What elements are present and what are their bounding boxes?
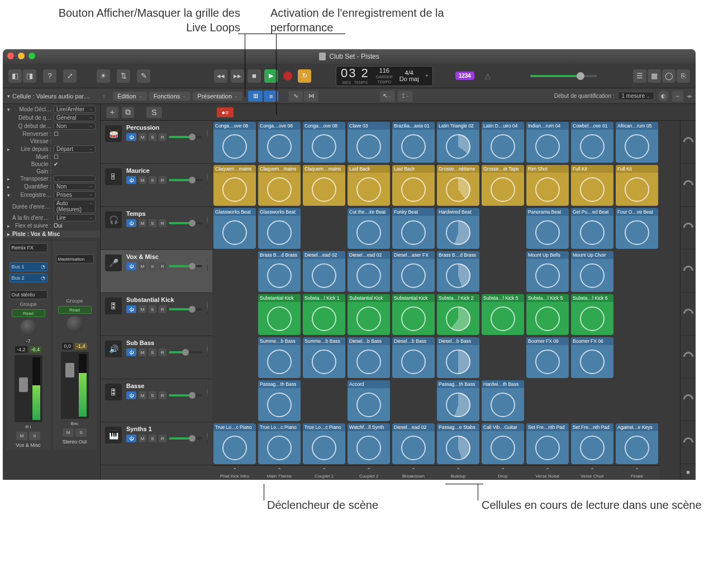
loop-cell[interactable]: Diesel…ead 02 — [302, 250, 346, 293]
live-loops-grid-button[interactable]: ⊞ — [248, 91, 263, 102]
scene-trigger[interactable]: ⌃Drop — [480, 466, 525, 480]
mute-button[interactable]: M — [16, 432, 27, 440]
loop-cell[interactable]: Mount Up Choir — [570, 250, 615, 293]
scene-trigger[interactable]: ⌃Buildup — [436, 466, 480, 480]
automation-read[interactable]: Read — [12, 309, 45, 317]
loop-cell[interactable]: Panorama Beat — [525, 207, 570, 250]
loop-cell[interactable]: Claquem…mains — [212, 164, 257, 207]
inspector-row[interactable]: ▸Lire depuis :Départ⌄ — [3, 145, 100, 153]
loop-cell[interactable] — [391, 379, 436, 422]
track-mute-button[interactable]: M — [139, 348, 146, 356]
loop-cell[interactable]: Laid Back — [391, 164, 436, 207]
loop-cell[interactable]: Full Kit — [570, 164, 615, 207]
inspector-row[interactable]: ▸Flex et suivre :Oui — [3, 222, 100, 229]
loop-cell[interactable]: Diesel…aser FX — [391, 250, 436, 293]
loop-cell[interactable]: Mount Up Bells — [525, 250, 570, 293]
track-power-button[interactable]: ⏻ — [126, 176, 136, 184]
row-trigger[interactable] — [681, 379, 696, 422]
loop-cell[interactable]: Substa…l Kick 2 — [436, 293, 480, 336]
track-pan-knob[interactable] — [207, 172, 208, 185]
performance-record-button[interactable]: ●≡ — [217, 107, 234, 117]
loop-cell[interactable]: Brass B…d Brass — [257, 250, 302, 293]
track-power-button[interactable]: ⏻ — [126, 305, 136, 313]
send-bus-2[interactable]: Bus 2◔ — [9, 273, 47, 282]
loop-cell[interactable]: Substa…l Kick 5 — [525, 293, 570, 336]
text-tool[interactable]: 𝙸⌄ — [398, 91, 412, 102]
track-pan-knob[interactable] — [207, 344, 208, 357]
track-header[interactable]: 🎹 Synths 1 ⏻ M S R — [101, 422, 212, 465]
flex-button[interactable]: ⋈ — [304, 91, 318, 102]
loop-cell[interactable]: Brazilia…axia 01 — [391, 121, 436, 164]
lcd-display[interactable]: 03 2 MES TEMPS 116 GARDER TEMPO 4/4 Do m… — [336, 66, 433, 86]
loop-cell[interactable]: Set Fre…nth Pad — [570, 422, 615, 465]
loop-cell[interactable] — [480, 207, 525, 250]
editor-button[interactable]: ✎ — [137, 69, 150, 83]
cycle-button[interactable]: ↻ — [298, 69, 311, 83]
insert-slot[interactable]: Remix FX — [9, 243, 47, 252]
loop-cell[interactable]: Accord — [346, 379, 391, 422]
loop-cell[interactable] — [302, 207, 346, 250]
volume-fader-out[interactable] — [61, 352, 89, 419]
library-button[interactable]: ◧ — [8, 69, 22, 83]
inspector-row[interactable]: ▸Renverser :☐ — [3, 130, 100, 138]
track-solo-button[interactable]: S — [149, 435, 156, 442]
scene-trigger[interactable]: ⌃Finale — [615, 466, 659, 480]
track-record-button[interactable]: R — [159, 262, 166, 270]
loop-cell[interactable]: Get Pu…ed Beat — [570, 207, 615, 250]
inspector-row[interactable]: ▸Muet :☐ — [3, 153, 100, 160]
send-bus-1[interactable]: Bus 1◔ — [9, 262, 47, 271]
scene-trigger[interactable]: ⌃Couplet 2 — [346, 466, 391, 480]
close-button[interactable] — [7, 53, 14, 59]
loop-cell[interactable]: Passag…e Stabs — [436, 422, 480, 465]
loop-cell[interactable] — [212, 379, 257, 422]
track-volume-slider[interactable] — [169, 391, 202, 399]
scene-trigger[interactable]: ⌃Verse Choir — [570, 466, 615, 480]
master-volume-slider[interactable] — [530, 71, 597, 81]
inspector-row[interactable]: ▾Mode Décl…Lire/Arrêter⌄ — [3, 105, 100, 114]
loop-cell[interactable]: Passag…th Bass — [257, 379, 302, 422]
toolbar-toggle-button[interactable]: ⤢ — [63, 69, 77, 83]
quantize-select[interactable]: 1 mesure ⌄ — [618, 92, 654, 100]
inspector-row[interactable]: ▸Durée d'enreg. :Auto (Mesures)⌄ — [3, 199, 100, 214]
row-trigger[interactable] — [681, 292, 696, 336]
inspector-row[interactable]: ▸Début de q…Général⌄ — [3, 114, 100, 122]
output-slot[interactable]: Out stéréo — [9, 290, 47, 299]
stop-all-button[interactable]: ■ — [681, 464, 696, 480]
loop-cell[interactable]: Set Fre…nth Pad — [525, 422, 570, 465]
row-trigger[interactable] — [681, 121, 696, 164]
loop-cell[interactable]: True Lo…c Piano — [212, 422, 257, 465]
loop-cell[interactable]: Boomer FX 06 — [570, 336, 615, 379]
loop-cell[interactable]: Indian…rum 04 — [525, 121, 570, 164]
loop-cell[interactable] — [570, 379, 615, 422]
loop-cell[interactable]: Claquem…mains — [302, 164, 346, 207]
inspector-row[interactable]: ▸Boucle :✔ — [3, 160, 100, 168]
scene-trigger[interactable]: ⌃Breakdown — [391, 466, 436, 480]
inspector-row[interactable]: ▸Transposer :⌄ — [3, 175, 100, 182]
scene-trigger[interactable]: ⌃Phat Kick Intro — [212, 466, 257, 480]
media-browser-button[interactable]: ⎘ — [677, 69, 690, 83]
track-pan-knob[interactable] — [207, 387, 208, 400]
loop-cell[interactable]: Conga…ove 08 — [257, 121, 302, 164]
loop-cell[interactable]: Diesel…b Bass — [391, 336, 436, 379]
loop-cell[interactable]: Funky Beat — [391, 207, 436, 250]
track-pan-knob[interactable] — [207, 129, 208, 142]
track-power-button[interactable]: ⏻ — [126, 133, 136, 141]
loop-cell[interactable]: Clave 03 — [346, 121, 391, 164]
track-mute-button[interactable]: M — [139, 219, 146, 227]
track-solo-button[interactable]: S — [149, 262, 156, 270]
loop-cell[interactable]: Claquem…mains — [257, 164, 302, 207]
loop-cell[interactable]: Four O…ve Beat — [615, 207, 659, 250]
link-button[interactable]: ↔ — [672, 91, 683, 102]
track-volume-slider[interactable] — [169, 262, 202, 270]
track-power-button[interactable]: ⏻ — [126, 348, 136, 356]
track-solo-button[interactable]: S — [149, 219, 156, 227]
track-solo-button[interactable]: S — [149, 391, 156, 399]
track-volume-slider[interactable] — [169, 348, 202, 356]
loop-cell[interactable]: Hardwi…th Bass — [480, 379, 525, 422]
track-header[interactable]: 🥁 Percussion ⏻ M S R — [101, 121, 212, 164]
scene-trigger[interactable]: ⌃Verse Noise — [525, 466, 570, 480]
loop-cell[interactable] — [615, 379, 659, 422]
record-button[interactable] — [281, 69, 294, 83]
loop-cell[interactable]: Conga…ove 08 — [212, 121, 257, 164]
track-power-button[interactable]: ⏻ — [126, 391, 136, 399]
